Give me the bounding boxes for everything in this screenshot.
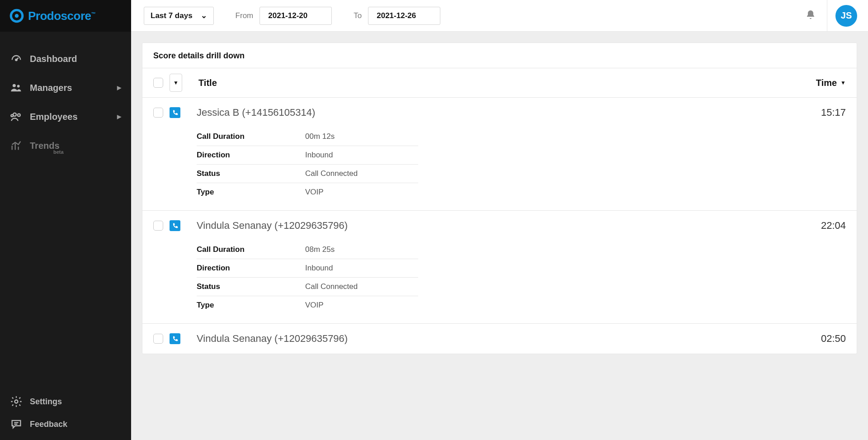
table-body: Jessica B (+14156105314) 15:17 Call Dura… [142,98,857,354]
row-header[interactable]: Vindula Senanay (+12029635796) 22:04 [153,220,846,232]
detail-value: 00m 12s [305,132,335,141]
table-row: Jessica B (+14156105314) 15:17 Call Dura… [142,98,857,211]
main: Score details drill down ▼ Title Time ▼ … [131,32,868,440]
chart-icon [10,139,23,152]
nav-managers[interactable]: Managers ▶ [0,73,131,102]
sort-desc-icon: ▼ [840,80,846,86]
row-header[interactable]: Vindula Senanay (+12029635796) 02:50 [153,333,846,345]
svg-line-3 [16,58,19,60]
divider [827,0,827,32]
row-title: Vindula Senanay (+12029635796) [197,220,821,232]
chevron-right-icon: ▶ [117,85,121,91]
chevron-down-icon: ⌄ [201,11,207,20]
from-date-input[interactable]: 2021-12-20 [259,7,332,25]
detail-value: 08m 25s [305,245,335,254]
detail-value: Inbound [305,151,333,160]
nav-label: Trends [30,141,121,151]
nav-trends[interactable]: Trends beta [0,131,131,160]
brand-logo-icon [9,8,24,24]
column-time-sort[interactable]: Time ▼ [816,78,846,88]
avatar-initials: JS [841,10,852,21]
to-date-input[interactable]: 2021-12-26 [368,7,440,25]
nav-secondary: Settings Feedback [0,390,131,440]
nav-label: Settings [30,397,121,407]
date-range-label: Last 7 days [151,11,193,20]
row-checkbox[interactable] [153,221,163,231]
chevron-right-icon: ▶ [117,114,121,120]
date-range-select[interactable]: Last 7 days ⌄ [144,7,214,25]
detail-label: Status [197,169,305,178]
svg-point-5 [17,85,20,88]
from-label: From [236,11,254,20]
expand-all-toggle[interactable]: ▼ [170,74,182,92]
row-time: 22:04 [821,220,846,232]
topbar: Last 7 days ⌄ From 2021-12-20 To 2021-12… [131,0,868,32]
detail-label: Status [197,282,305,291]
row-checkbox[interactable] [153,108,163,118]
svg-point-1 [15,14,19,18]
detail-label: Direction [197,264,305,273]
nav-feedback[interactable]: Feedback [0,413,131,435]
group-icon [10,110,23,123]
notifications-button[interactable] [805,9,816,22]
detail-label: Type [197,188,305,197]
detail-label: Call Duration [197,132,305,141]
phone-icon [170,107,180,118]
nav-dashboard[interactable]: Dashboard [0,44,131,73]
column-time-label: Time [816,78,837,88]
detail-label: Direction [197,151,305,160]
nav-label: Dashboard [30,54,121,64]
row-details: Call Duration00m 12s DirectionInbound St… [197,128,418,201]
nav-label: Employees [30,112,117,122]
gear-icon [10,395,23,408]
brand[interactable]: Prodoscore™ [0,0,131,32]
chat-icon [10,418,23,431]
svg-point-7 [18,114,20,117]
svg-point-4 [13,84,16,87]
row-title: Vindula Senanay (+12029635796) [197,333,821,345]
people-icon [10,81,23,94]
from-date-value: 2021-12-20 [268,11,307,20]
row-checkbox[interactable] [153,334,163,344]
gauge-icon [10,52,23,65]
sidebar: Prodoscore™ Dashboard Managers ▶ Employe… [0,0,131,440]
beta-badge: beta [53,149,64,155]
row-header[interactable]: Jessica B (+14156105314) 15:17 [153,107,846,118]
nav-settings[interactable]: Settings [0,390,131,413]
detail-value: VOIP [305,188,324,197]
detail-value: VOIP [305,301,324,310]
detail-value: Call Connected [305,282,358,291]
to-date-value: 2021-12-26 [377,11,416,20]
user-avatar[interactable]: JS [835,5,857,27]
nav-primary: Dashboard Managers ▶ Employees ▶ Trends … [0,32,131,390]
table-header: ▼ Title Time ▼ [142,68,857,98]
column-title: Title [198,78,816,88]
table-row: Vindula Senanay (+12029635796) 02:50 [142,324,857,354]
to-label: To [354,11,362,20]
score-details-panel: Score details drill down ▼ Title Time ▼ … [142,43,857,354]
nav-label: Feedback [30,420,121,429]
row-time: 02:50 [821,333,846,345]
detail-label: Type [197,301,305,310]
brand-name: Prodoscore™ [28,9,95,23]
table-row: Vindula Senanay (+12029635796) 22:04 Cal… [142,211,857,324]
detail-label: Call Duration [197,245,305,254]
panel-title: Score details drill down [142,43,857,68]
phone-icon [170,333,180,344]
nav-employees[interactable]: Employees ▶ [0,102,131,131]
bell-icon [805,9,816,20]
row-title: Jessica B (+14156105314) [197,107,821,118]
svg-point-8 [11,114,13,117]
nav-label: Managers [30,83,117,93]
row-details: Call Duration08m 25s DirectionInbound St… [197,241,418,314]
phone-icon [170,220,180,231]
detail-value: Call Connected [305,169,358,178]
row-time: 15:17 [821,107,846,118]
detail-value: Inbound [305,264,333,273]
svg-point-12 [15,400,18,403]
select-all-checkbox[interactable] [153,78,163,88]
